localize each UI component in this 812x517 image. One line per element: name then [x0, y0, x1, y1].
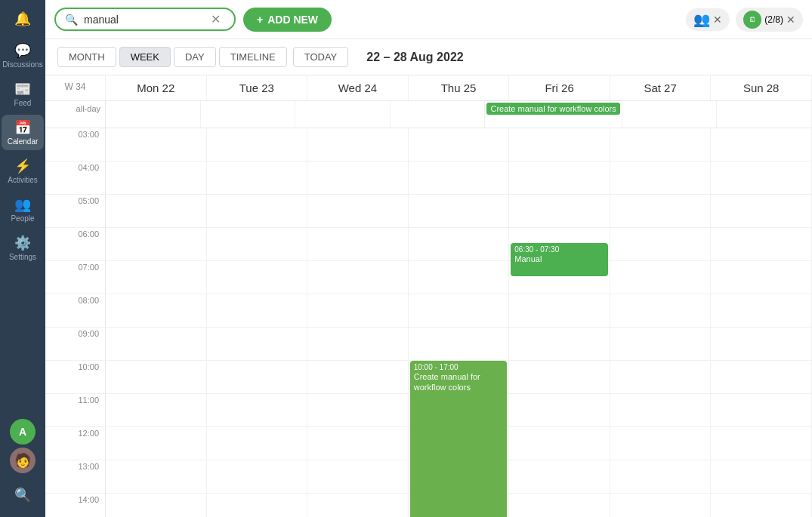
remove-badge-filter-button[interactable]: ✕	[786, 14, 795, 26]
sidebar-search-button[interactable]: 🔍	[10, 482, 36, 508]
view-month-button[interactable]: MONTH	[57, 47, 116, 67]
calendar-icon: 📅	[14, 119, 31, 136]
col-header-mon: Mon 22	[106, 75, 207, 100]
time-cell-thu-10[interactable]: 10:00 - 17:00 Create manual for workflow…	[409, 361, 510, 393]
time-cell-tue-03[interactable]	[207, 128, 308, 161]
time-row-04: 04:00	[45, 162, 812, 195]
event-manual-fri[interactable]: 06:30 - 07:30 Manual	[511, 243, 608, 276]
clear-search-button[interactable]: ✕	[211, 12, 221, 26]
time-label-07: 07:00	[45, 261, 106, 294]
main-content: 🔍 ✕ + ADD NEW 👥 ✕ 🗓 (2/8) ✕ MONTH WEEK	[45, 0, 812, 517]
view-week-button[interactable]: WEEK	[119, 47, 171, 67]
event-title: Manual	[514, 254, 604, 264]
time-row-03: 03:00	[45, 128, 812, 162]
bell-icon: 🔔	[14, 11, 31, 27]
event-create-manual-thu[interactable]: 10:00 - 17:00 Create manual for workflow…	[410, 361, 508, 517]
sidebar-item-discussions[interactable]: 💬 Discussions	[2, 38, 44, 73]
add-new-button[interactable]: + ADD NEW	[243, 8, 332, 32]
calendar-header: W 34 Mon 22 Tue 23 Wed 24 Thu 25 Fri 26 …	[45, 75, 812, 101]
allday-cell-fri[interactable]: Create manual for workflow colors	[485, 101, 622, 128]
sidebar-item-label: People	[11, 214, 34, 223]
allday-label: all-day	[45, 101, 106, 128]
sidebar-item-feed[interactable]: 📰 Feed	[2, 76, 44, 112]
add-icon: +	[257, 14, 263, 26]
avatar[interactable]: A	[10, 419, 36, 445]
time-row-08: 08:00	[45, 294, 812, 328]
top-bar: 🔍 ✕ + ADD NEW 👥 ✕ 🗓 (2/8) ✕	[45, 0, 812, 39]
time-label-10: 10:00	[45, 361, 106, 393]
sidebar: 🔔 💬 Discussions 📰 Feed 📅 Calendar ⚡ Acti…	[0, 0, 45, 517]
time-row-05: 05:00	[45, 195, 812, 228]
time-cell-thu-03[interactable]	[409, 128, 510, 161]
calendar-toolbar: MONTH WEEK DAY TIMELINE TODAY 22 – 28 Au…	[45, 39, 812, 75]
col-header-tue: Tue 23	[207, 75, 308, 100]
feed-icon: 📰	[14, 81, 31, 97]
time-cell-fri-06[interactable]: 06:30 - 07:30 Manual	[509, 228, 610, 260]
time-label-09: 09:00	[45, 328, 106, 360]
sidebar-item-label: Discussions	[2, 60, 42, 69]
col-header-fri: Fri 26	[509, 75, 610, 100]
time-label-14: 14:00	[45, 494, 106, 517]
activities-icon: ⚡	[14, 158, 31, 174]
time-label-05: 05:00	[45, 195, 106, 227]
today-button[interactable]: TODAY	[293, 47, 349, 67]
date-range: 22 – 28 Aug 2022	[366, 51, 463, 64]
sidebar-item-activities[interactable]: ⚡ Activities	[2, 153, 44, 189]
time-label-13: 13:00	[45, 460, 106, 493]
people-icon: 👥	[14, 196, 31, 213]
event-time: 06:30 - 07:30	[514, 245, 604, 254]
discussions-icon: 💬	[14, 42, 31, 59]
top-bar-right: 👥 ✕ 🗓 (2/8) ✕	[686, 8, 803, 32]
col-header-wed: Wed 24	[307, 75, 409, 100]
event-time: 10:00 - 17:00	[414, 363, 504, 371]
time-cell-wed-03[interactable]	[307, 128, 409, 161]
allday-cell-tue	[201, 101, 296, 128]
col-header-sun: Sun 28	[711, 75, 812, 100]
badge-chip[interactable]: 🗓 (2/8) ✕	[736, 8, 803, 32]
time-cell-fri-03[interactable]	[509, 128, 610, 161]
search-box[interactable]: 🔍 ✕	[54, 8, 236, 31]
allday-cell-wed	[295, 101, 391, 128]
badge-count: (2/8)	[764, 14, 783, 25]
search-icon: 🔍	[65, 14, 78, 26]
user-avatar-bottom[interactable]: 🧑	[10, 448, 36, 473]
sidebar-item-people[interactable]: 👥 People	[2, 192, 44, 227]
green-dot-icon: 🗓	[743, 11, 761, 29]
time-cell-sat-03[interactable]	[610, 128, 712, 161]
search-input[interactable]	[84, 14, 205, 26]
event-title: Create manual for workflow colors	[414, 371, 504, 393]
sidebar-item-settings[interactable]: ⚙️ Settings	[2, 230, 44, 266]
time-label-03: 03:00	[45, 128, 106, 161]
week-number-header: W 34	[45, 75, 106, 100]
allday-event-create-manual[interactable]: Create manual for workflow colors	[486, 103, 619, 115]
allday-cell-mon	[106, 101, 201, 128]
user-filter-chip[interactable]: 👥 ✕	[686, 8, 730, 31]
remove-user-filter-button[interactable]: ✕	[713, 14, 722, 26]
col-header-thu: Thu 25	[409, 75, 510, 100]
time-grid: 03:00 04:00 05:0	[45, 128, 812, 517]
users-icon: 👥	[693, 11, 710, 28]
sidebar-item-bell[interactable]: 🔔	[2, 6, 44, 32]
sidebar-item-label: Settings	[9, 253, 36, 261]
view-day-button[interactable]: DAY	[174, 47, 216, 67]
time-row-07: 07:00	[45, 261, 812, 294]
time-cell-mon-03[interactable]	[106, 128, 207, 161]
time-cell-sun-03[interactable]	[711, 128, 812, 161]
sidebar-item-calendar[interactable]: 📅 Calendar	[2, 115, 44, 150]
allday-cell-sun	[717, 101, 812, 128]
calendar-grid: W 34 Mon 22 Tue 23 Wed 24 Thu 25 Fri 26 …	[45, 75, 812, 517]
search-icon: 🔍	[14, 487, 31, 503]
time-label-04: 04:00	[45, 162, 106, 194]
allday-row: all-day Create manual for workflow color…	[45, 101, 812, 128]
allday-cell-thu	[391, 101, 486, 128]
time-label-08: 08:00	[45, 294, 106, 327]
sidebar-item-label: Calendar	[8, 137, 39, 146]
time-label-11: 11:00	[45, 394, 106, 426]
time-row-09: 09:00	[45, 328, 812, 361]
view-timeline-button[interactable]: TIMELINE	[219, 47, 287, 67]
allday-cell-sat	[622, 101, 718, 128]
col-header-sat: Sat 27	[610, 75, 712, 100]
sidebar-item-label: Feed	[14, 99, 32, 107]
time-row-10: 10:00 10:00 - 17:00 Create manual for wo…	[45, 361, 812, 394]
time-row-06: 06:00 06:30 - 07:30 Manual	[45, 228, 812, 261]
